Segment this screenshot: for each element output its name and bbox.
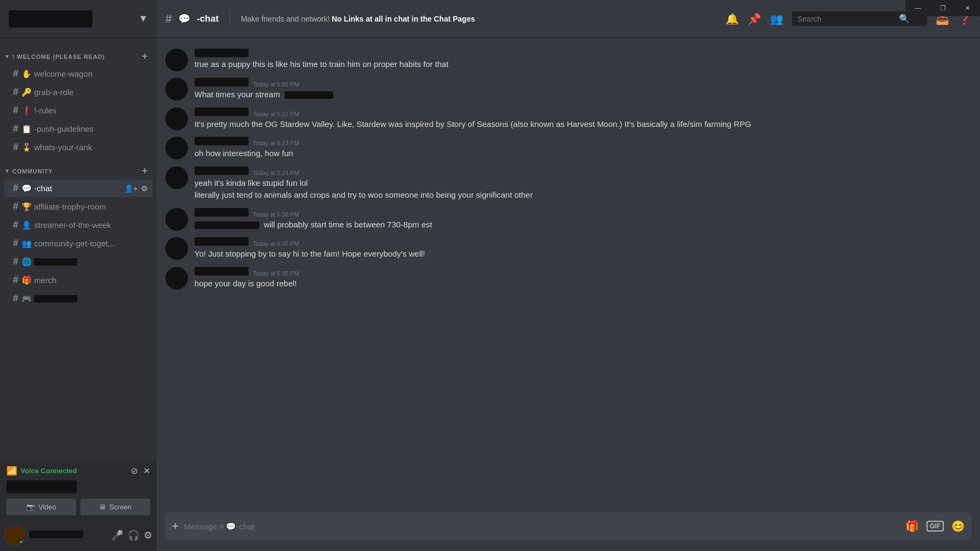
channel-whats-your-rank[interactable]: # 🎖️ whats-your-rank bbox=[4, 138, 152, 156]
message-meta bbox=[194, 49, 971, 57]
category-add-icon[interactable]: + bbox=[142, 51, 148, 62]
category-community-left: ▼ COMMUNITY bbox=[4, 168, 53, 174]
channel-label: -chat bbox=[34, 184, 52, 193]
mic-icon[interactable]: 🎤 bbox=[111, 529, 123, 541]
message-group: Today at 5:23 PM oh how interesting, how… bbox=[157, 135, 980, 162]
server-header[interactable]: ▼ bbox=[0, 0, 157, 38]
channel-affiliate-trophy[interactable]: # 🏆 affiliate-trophy-room bbox=[4, 198, 152, 216]
message-input-wrapper: + 🎁 GIF 😊 bbox=[165, 512, 971, 540]
user-settings-icon[interactable]: ⚙ bbox=[144, 529, 152, 541]
avatar bbox=[165, 237, 188, 260]
community-add-icon[interactable]: + bbox=[142, 165, 148, 177]
category-community[interactable]: ▼ COMMUNITY + bbox=[0, 157, 157, 179]
search-input[interactable] bbox=[797, 15, 895, 23]
close-button[interactable]: ✕ bbox=[955, 0, 980, 16]
voice-disconnect-icon[interactable]: ✕ bbox=[143, 466, 150, 476]
emoji-icon[interactable]: 😊 bbox=[951, 520, 965, 533]
message-timestamp: Today at 5:38 PM bbox=[253, 211, 299, 218]
channel-hash-icon: # bbox=[13, 86, 18, 98]
topbar: # 💬 -chat Make friends and network! No L… bbox=[157, 0, 980, 38]
channel-chat[interactable]: # 💬 -chat 👤+ ⚙ bbox=[4, 179, 152, 197]
channel-label: affiliate-trophy-room bbox=[34, 202, 106, 211]
channel-streamer-of-week[interactable]: # 👤 streamer-of-the-week bbox=[4, 216, 152, 234]
channel-rules[interactable]: # ❗ !-rules bbox=[4, 102, 152, 119]
channel-hash-icon: # bbox=[13, 105, 18, 116]
sidebar: ▼ ▼ ! WELCOME (PLEASE READ) + # ✋ welcom… bbox=[0, 0, 157, 551]
message-input[interactable] bbox=[184, 522, 905, 531]
message-avatar bbox=[165, 107, 188, 130]
user-controls: 🎤 🎧 ⚙ bbox=[111, 529, 152, 541]
category-arrow-icon: ▼ bbox=[4, 53, 10, 59]
gif-button[interactable]: GIF bbox=[927, 521, 944, 532]
message-timestamp: Today at 5:24 PM bbox=[253, 170, 299, 176]
maximize-button[interactable]: ❐ bbox=[930, 0, 955, 16]
channel-hash-icon: # bbox=[13, 219, 18, 231]
message-group: Today at 5:38 PM will probably start tim… bbox=[157, 206, 980, 233]
channel-merch[interactable]: # 🎁 merch bbox=[4, 271, 152, 289]
add-member-icon[interactable]: 👤+ bbox=[124, 184, 138, 193]
message-content: true as a puppy this is like his time to… bbox=[194, 49, 971, 71]
category-welcome-label: ! WELCOME (PLEASE READ) bbox=[12, 53, 105, 60]
channel-emoji: 👤 bbox=[22, 220, 32, 230]
message-input-area: + 🎁 GIF 😊 bbox=[157, 512, 980, 551]
bell-icon[interactable]: 🔔 bbox=[726, 12, 739, 25]
topbar-channel-name: -chat bbox=[197, 14, 219, 24]
channel-hash-icon: # bbox=[13, 68, 18, 79]
minimize-button[interactable]: — bbox=[905, 0, 930, 16]
main-content: # 💬 -chat Make friends and network! No L… bbox=[157, 0, 980, 551]
server-name bbox=[9, 10, 92, 28]
channel-emoji: 🎁 bbox=[22, 276, 32, 285]
avatar bbox=[165, 267, 188, 290]
message-content: Today at 5:22 PM It's pretty much the OG… bbox=[194, 107, 971, 131]
message-avatar bbox=[165, 267, 188, 290]
channel-extra[interactable]: # 🎮 bbox=[4, 290, 152, 307]
avatar bbox=[165, 78, 188, 101]
message-text: Yo! Just stopping by to say hi to the fa… bbox=[194, 248, 971, 260]
channel-emoji: 🎖️ bbox=[22, 143, 32, 152]
message-content: Today at 6:35 PM hope your day is good r… bbox=[194, 267, 971, 290]
message-input-actions: 🎁 GIF 😊 bbox=[905, 520, 965, 533]
channel-hash-icon: # bbox=[13, 293, 18, 304]
channel-welcome-wagon[interactable]: # ✋ welcome-wagon bbox=[4, 65, 152, 83]
message-text: It's pretty much the OG Stardew Valley. … bbox=[194, 118, 971, 131]
message-text-content: What times your stream bbox=[194, 90, 280, 99]
message-group: true as a puppy this is like his time to… bbox=[157, 46, 980, 73]
message-meta: Today at 5:23 PM bbox=[194, 137, 971, 146]
members-icon[interactable]: 👥 bbox=[770, 12, 783, 25]
channel-hash-icon: # bbox=[13, 142, 18, 153]
settings-icon[interactable]: ⚙ bbox=[141, 184, 148, 193]
message-text: true as a puppy this is like his time to… bbox=[194, 58, 971, 71]
channel-grab-a-role[interactable]: # 🔑 grab-a-role bbox=[4, 83, 152, 101]
message-username bbox=[194, 49, 249, 57]
channel-label: grab-a-role bbox=[34, 88, 73, 97]
message-username bbox=[194, 166, 249, 175]
message-meta: Today at 6:35 PM bbox=[194, 237, 971, 247]
headphone-icon[interactable]: 🎧 bbox=[127, 529, 139, 541]
category-community-arrow-icon: ▼ bbox=[4, 168, 10, 174]
topbar-topic: Make friends and network! No Links at al… bbox=[241, 15, 719, 23]
message-content: Today at 5:24 PM yeah it's kinda like st… bbox=[194, 166, 971, 201]
channel-push-guidelines[interactable]: # 📋 -push-guidelines bbox=[4, 120, 152, 138]
screen-button[interactable]: 🖥 Screen bbox=[80, 499, 150, 515]
message-group: Today at 5:22 PM It's pretty much the OG… bbox=[157, 105, 980, 133]
channel-emoji: 🏆 bbox=[22, 202, 32, 212]
message-text: hope your day is good rebel! bbox=[194, 278, 971, 290]
pin-icon[interactable]: 📌 bbox=[748, 12, 761, 25]
channel-label: community-get-toget... bbox=[34, 239, 115, 248]
voice-mute-icon[interactable]: ⊘ bbox=[131, 466, 138, 476]
category-welcome[interactable]: ▼ ! WELCOME (PLEASE READ) + bbox=[0, 42, 157, 64]
video-button[interactable]: 📷 Video bbox=[6, 499, 76, 515]
channel-hash-icon: # bbox=[13, 183, 18, 194]
message-text-content: will probably start time is between 730-… bbox=[264, 220, 432, 229]
gift-icon[interactable]: 🎁 bbox=[905, 520, 919, 533]
channel-globe[interactable]: # 🌐 bbox=[4, 253, 152, 271]
user-status-dot bbox=[19, 540, 24, 545]
message-username bbox=[194, 137, 249, 145]
channel-community-get-toget[interactable]: # 👥 community-get-toget... bbox=[4, 234, 152, 252]
channel-emoji: 🔑 bbox=[22, 88, 32, 97]
channel-emoji: 🎮 bbox=[22, 294, 32, 304]
attach-button[interactable]: + bbox=[172, 519, 179, 533]
message-meta: Today at 5:24 PM bbox=[194, 166, 971, 176]
message-meta: Today at 5:22 PM bbox=[194, 107, 971, 117]
message-timestamp: Today at 6:35 PM bbox=[253, 270, 299, 277]
